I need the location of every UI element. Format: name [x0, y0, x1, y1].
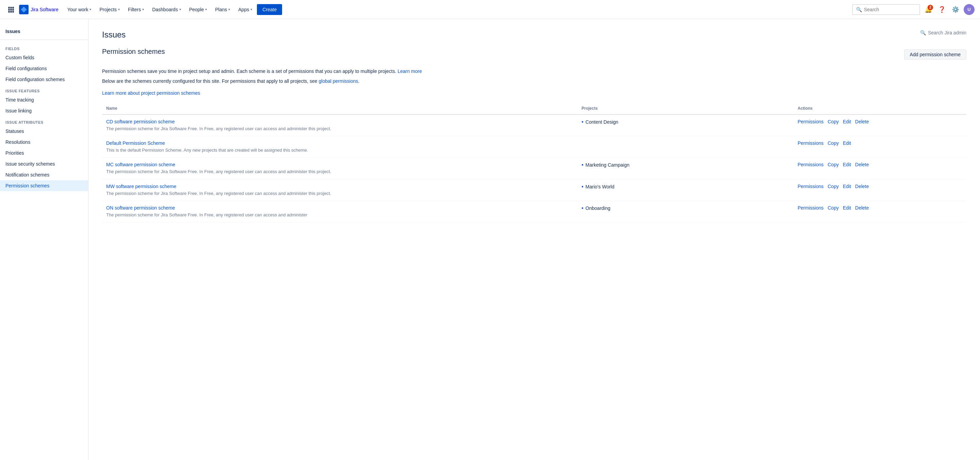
project-item: •Mario's World: [582, 184, 789, 190]
help-button[interactable]: ❓: [937, 4, 947, 15]
bullet-icon: •: [582, 205, 584, 211]
svg-rect-5: [12, 9, 14, 11]
action-delete-link[interactable]: Delete: [855, 205, 869, 211]
sidebar-item-resolutions[interactable]: Resolutions: [0, 137, 88, 147]
logo-text: Jira Software: [30, 7, 59, 12]
action-edit-link[interactable]: Edit: [843, 141, 851, 146]
nav-projects[interactable]: Projects ▾: [96, 4, 123, 15]
sidebar-item-notification-schemes[interactable]: Notification schemes: [0, 169, 88, 180]
page-title: Issues: [102, 30, 126, 40]
action-edit-link[interactable]: Edit: [843, 184, 851, 189]
chevron-down-icon: ▾: [250, 8, 252, 11]
sidebar-section-fields: FIELDS: [0, 43, 88, 52]
sidebar-item-statuses[interactable]: Statuses: [0, 126, 88, 137]
action-copy-link[interactable]: Copy: [827, 162, 839, 167]
chevron-down-icon: ▾: [118, 8, 120, 11]
avatar[interactable]: U: [964, 4, 975, 15]
svg-rect-7: [10, 11, 12, 13]
scheme-description: The permission scheme for Jira Software …: [106, 126, 331, 131]
scheme-actions-cell: PermissionsCopyEditDelete: [794, 158, 966, 179]
sidebar-item-priorities[interactable]: Priorities: [0, 147, 88, 158]
action-delete-link[interactable]: Delete: [855, 119, 869, 125]
sidebar: Issues FIELDS Custom fields Field config…: [0, 19, 89, 460]
scheme-name-link[interactable]: Default Permission Scheme: [106, 141, 573, 146]
table-header-name: Name: [102, 102, 578, 115]
action-permissions-link[interactable]: Permissions: [798, 119, 824, 125]
action-permissions-link[interactable]: Permissions: [798, 205, 824, 211]
sidebar-item-time-tracking[interactable]: Time tracking: [0, 94, 88, 105]
action-delete-link[interactable]: Delete: [855, 162, 869, 167]
svg-rect-1: [10, 7, 12, 8]
scheme-name-cell: ON software permission schemeThe permiss…: [102, 201, 578, 222]
search-jira-admin[interactable]: 🔍 Search Jira admin: [920, 30, 966, 35]
action-copy-link[interactable]: Copy: [827, 205, 839, 211]
search-admin-icon: 🔍: [920, 30, 926, 35]
scheme-name-link[interactable]: ON software permission scheme: [106, 205, 573, 211]
global-permissions-link[interactable]: global permissions: [319, 78, 358, 84]
bullet-icon: •: [582, 184, 584, 190]
table-row: MC software permission schemeThe permiss…: [102, 158, 966, 179]
topnav: Jira Software Your work ▾ Projects ▾ Fil…: [0, 0, 980, 19]
chevron-down-icon: ▾: [89, 8, 91, 11]
notifications-button[interactable]: 🔔 2: [923, 4, 934, 15]
search-box[interactable]: 🔍: [852, 4, 920, 15]
sidebar-item-custom-fields[interactable]: Custom fields: [0, 52, 88, 63]
add-permission-scheme-button[interactable]: Add permission scheme: [904, 50, 966, 60]
action-edit-link[interactable]: Edit: [843, 119, 851, 125]
description-1: Permission schemes save you time in proj…: [102, 68, 966, 75]
scheme-description: This is the default Permission Scheme. A…: [106, 147, 308, 153]
action-copy-link[interactable]: Copy: [827, 141, 839, 146]
table-header-projects: Projects: [578, 102, 794, 115]
scheme-name-link[interactable]: MW software permission scheme: [106, 184, 573, 189]
create-button[interactable]: Create: [257, 4, 282, 15]
action-permissions-link[interactable]: Permissions: [798, 162, 824, 167]
learn-more-project-link[interactable]: Learn more about project permission sche…: [102, 90, 200, 96]
nav-dashboards[interactable]: Dashboards ▾: [149, 4, 185, 15]
action-delete-link[interactable]: Delete: [855, 184, 869, 189]
action-copy-link[interactable]: Copy: [827, 119, 839, 125]
sidebar-item-field-configurations[interactable]: Field configurations: [0, 63, 88, 74]
action-edit-link[interactable]: Edit: [843, 162, 851, 167]
sidebar-item-issue-linking[interactable]: Issue linking: [0, 105, 88, 116]
action-permissions-link[interactable]: Permissions: [798, 184, 824, 189]
topnav-nav: Your work ▾ Projects ▾ Filters ▾ Dashboa…: [64, 4, 850, 15]
table-row: MW software permission schemeThe permiss…: [102, 179, 966, 201]
settings-button[interactable]: ⚙️: [950, 4, 961, 15]
nav-your-work[interactable]: Your work ▾: [64, 4, 95, 15]
nav-filters[interactable]: Filters ▾: [124, 4, 147, 15]
scheme-name-link[interactable]: CD software permission scheme: [106, 119, 573, 125]
sidebar-section-issue-attributes: ISSUE ATTRIBUTES: [0, 116, 88, 126]
sidebar-item-issue-security-schemes[interactable]: Issue security schemes: [0, 158, 88, 169]
action-copy-link[interactable]: Copy: [827, 184, 839, 189]
chevron-down-icon: ▾: [205, 8, 207, 11]
nav-plans[interactable]: Plans ▾: [212, 4, 234, 15]
action-permissions-link[interactable]: Permissions: [798, 141, 824, 146]
scheme-projects-cell: •Content Design: [578, 115, 794, 136]
permission-schemes-table: Name Projects Actions CD software permis…: [102, 102, 966, 222]
svg-rect-8: [12, 11, 14, 13]
logo[interactable]: Jira Software: [19, 5, 59, 14]
section-title: Permission schemes: [102, 48, 165, 56]
sidebar-item-permission-schemes[interactable]: Permission schemes: [0, 180, 88, 191]
description-2: Below are the schemes currently configur…: [102, 78, 966, 85]
bullet-icon: •: [582, 119, 584, 125]
nav-people[interactable]: People ▾: [186, 4, 211, 15]
grid-icon[interactable]: [5, 4, 16, 15]
scheme-name-cell: MW software permission schemeThe permiss…: [102, 179, 578, 201]
chevron-down-icon: ▾: [179, 8, 181, 11]
learn-more-inline-link[interactable]: Learn more: [398, 69, 422, 74]
main-content: Issues 🔍 Search Jira admin Permission sc…: [89, 19, 980, 460]
chevron-down-icon: ▾: [228, 8, 230, 11]
notification-badge: 2: [928, 5, 933, 10]
sidebar-section-issue-features: ISSUE FEATURES: [0, 85, 88, 94]
gear-icon: ⚙️: [952, 6, 959, 13]
scheme-name-cell: MC software permission schemeThe permiss…: [102, 158, 578, 179]
table-row: Default Permission SchemeThis is the def…: [102, 136, 966, 158]
nav-apps[interactable]: Apps ▾: [235, 4, 256, 15]
sidebar-item-field-configuration-schemes[interactable]: Field configuration schemes: [0, 74, 88, 85]
svg-rect-4: [10, 9, 12, 11]
search-input[interactable]: [864, 7, 916, 12]
scheme-name-link[interactable]: MC software permission scheme: [106, 162, 573, 167]
action-edit-link[interactable]: Edit: [843, 205, 851, 211]
table-row: ON software permission schemeThe permiss…: [102, 201, 966, 222]
